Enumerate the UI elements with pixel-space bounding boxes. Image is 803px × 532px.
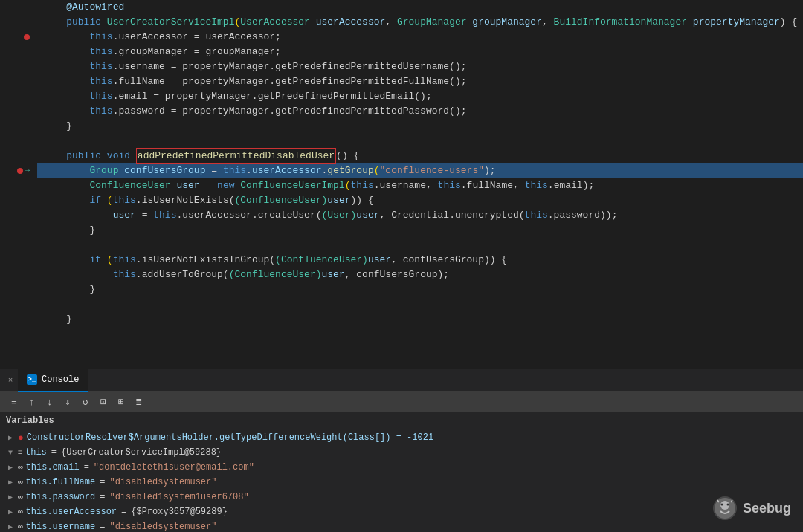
code-token: this <box>89 74 112 89</box>
code-token: (ConfluenceUser) <box>275 253 368 267</box>
gutter-line <box>0 74 33 89</box>
variable-item[interactable]: ▶●ConstructorResolver$ArgumentsHolder.ge… <box>0 430 803 445</box>
console-tab[interactable]: >_ Console <box>18 369 88 392</box>
var-expand-icon[interactable]: ▶ <box>6 478 15 487</box>
code-token: "confluence-users" <box>380 163 484 178</box>
code-token: .userAccessor = userAccessor; <box>113 30 281 45</box>
code-token: (ConfluenceUser) <box>229 267 322 282</box>
var-expand-icon[interactable]: ▶ <box>6 507 15 516</box>
panel-toolbar: ≡↑↓⇓↺⊡⊞≣ <box>0 392 803 412</box>
all-frames-btn[interactable]: ≡ <box>6 394 22 410</box>
code-token: void <box>107 149 136 163</box>
code-token: this <box>89 30 112 45</box>
gutter-line <box>0 282 33 297</box>
gutter-line <box>0 193 33 208</box>
console-tab-label: Console <box>42 374 79 385</box>
var-equals: = <box>100 477 105 487</box>
code-token: user <box>322 267 345 282</box>
gutter-line <box>0 253 33 267</box>
var-expand-icon[interactable]: ▶ <box>6 522 15 531</box>
variable-item[interactable]: ▶∞this.password = "disabled1system1user6… <box>0 490 803 505</box>
step-out-btn[interactable]: ⇓ <box>59 394 76 410</box>
code-token: user <box>113 208 136 223</box>
gutter-line <box>0 45 33 59</box>
console-icon: >_ <box>27 374 37 385</box>
code-line: public UserCreatorServiceImpl(UserAccess… <box>37 15 803 30</box>
frames-btn[interactable]: ≣ <box>131 394 147 410</box>
evaluate-btn[interactable]: ⊡ <box>95 394 112 410</box>
var-value: {UserCreatorServiceImpl@59288} <box>61 447 222 458</box>
code-line: user = this.userAccessor.createUser((Use… <box>37 208 803 223</box>
watch-btn[interactable]: ⊞ <box>113 394 129 410</box>
var-value: {$Proxy3657@59289} <box>131 507 228 517</box>
code-token: .username = propertyManager.getPredefine… <box>113 59 467 74</box>
variable-item[interactable]: ▶∞this.email = "dontdeletethisuser@email… <box>0 460 803 475</box>
step-over-btn[interactable]: ↑ <box>24 394 40 410</box>
var-name: this.username <box>26 522 96 532</box>
step-into-btn[interactable]: ↓ <box>42 394 58 410</box>
var-expand-icon[interactable]: ▶ <box>6 463 15 472</box>
var-type-icon: ∞ <box>18 478 23 487</box>
code-token: .userAccessor.createUser( <box>176 208 321 223</box>
code-token: userAccessor <box>316 15 386 30</box>
run-to-cursor-btn[interactable]: ↺ <box>77 394 94 410</box>
code-token: , Credential.unencrypted( <box>380 208 525 223</box>
code-token: user <box>356 208 379 223</box>
var-expand-icon[interactable]: ▶ <box>6 433 15 442</box>
gutter-line <box>0 119 33 134</box>
code-token: ConfluenceUserImpl <box>240 178 344 193</box>
var-type-icon: ∞ <box>18 463 23 472</box>
var-value: "dontdeletethisuser@email.com" <box>94 462 254 473</box>
code-token: ( <box>107 253 113 267</box>
var-name: this.password <box>26 492 96 502</box>
code-token: this <box>89 45 112 59</box>
code-token: this <box>351 178 374 193</box>
code-container: → @Autowired public UserCreatorServiceIm… <box>0 0 803 369</box>
variable-item[interactable]: ▶∞this.userAccessor = {$Proxy3657@59289} <box>0 505 803 519</box>
breakpoint-icon <box>17 168 23 174</box>
code-content[interactable]: @Autowired public UserCreatorServiceImpl… <box>37 0 803 369</box>
editor-area: → @Autowired public UserCreatorServiceIm… <box>0 0 803 369</box>
gutter-line <box>0 238 33 253</box>
panel-close-button[interactable]: × <box>3 373 18 388</box>
var-type-icon: ≡ <box>18 449 22 457</box>
code-token: .password <box>548 208 600 223</box>
code-token: .fullName = propertyManager.getPredefine… <box>113 74 467 89</box>
code-token: this <box>525 178 548 193</box>
code-token: .addUserToGroup( <box>136 267 229 282</box>
var-expand-icon[interactable]: ▶ <box>6 493 15 502</box>
gutter-line <box>0 134 33 149</box>
variable-item[interactable]: ▼≡this = {UserCreatorServiceImpl@59288} <box>0 445 803 460</box>
gutter-line <box>0 223 33 238</box>
code-token: .isUserNotExistsInGroup( <box>136 253 275 267</box>
code-token: this <box>89 89 112 104</box>
code-token: . <box>246 163 252 178</box>
gutter-line <box>0 0 33 15</box>
method-name-boxed: addPredefinedPermittedDisabledUser <box>136 148 336 164</box>
var-expand-icon[interactable]: ▼ <box>6 448 15 457</box>
var-name: this.fullName <box>26 477 96 487</box>
variable-item[interactable]: ▶∞this.fullName = "disabledsystemuser" <box>0 475 803 490</box>
code-token: ( <box>374 163 380 178</box>
code-line: ConfluenceUser user = new ConfluenceUser… <box>37 178 803 193</box>
code-token: } <box>89 223 95 238</box>
variables-content[interactable]: ▶●ConstructorResolver$ArgumentsHolder.ge… <box>0 429 803 532</box>
code-token: this <box>113 193 136 208</box>
var-equals: = <box>100 522 105 532</box>
gutter-line <box>0 297 33 312</box>
code-line: if (this.isUserNotExists((ConfluenceUser… <box>37 193 803 208</box>
var-type-icon: ∞ <box>18 493 23 502</box>
code-token: this <box>89 59 112 74</box>
code-token: this <box>525 208 548 223</box>
gutter-line <box>0 104 33 119</box>
gutter-line <box>0 312 33 327</box>
code-token: )); <box>600 208 617 223</box>
code-token: public <box>66 149 107 163</box>
code-token: this <box>89 104 112 119</box>
code-token: , confUsersGroup); <box>345 267 449 282</box>
var-equals: = <box>121 507 126 517</box>
code-line: this.password = propertyManager.getPrede… <box>37 104 803 119</box>
code-token: ); <box>484 163 496 178</box>
variable-item[interactable]: ▶∞this.username = "disabledsystemuser" <box>0 519 803 532</box>
code-token: ) { <box>780 15 797 30</box>
